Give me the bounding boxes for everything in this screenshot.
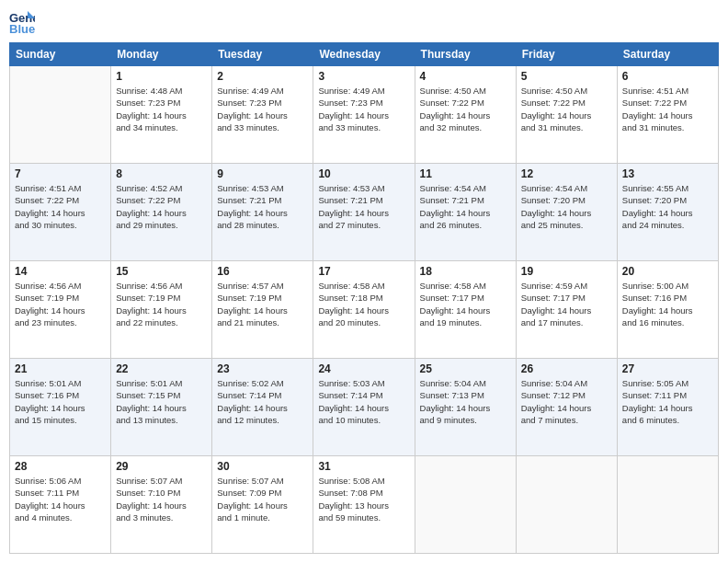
day-cell: 17Sunrise: 4:58 AM Sunset: 7:18 PM Dayli… [313, 261, 415, 359]
day-number: 29 [116, 460, 207, 473]
day-cell: 27Sunrise: 5:05 AM Sunset: 7:11 PM Dayli… [617, 359, 718, 456]
day-number: 16 [217, 265, 308, 278]
week-row-2: 7Sunrise: 4:51 AM Sunset: 7:22 PM Daylig… [10, 164, 719, 261]
day-info: Sunrise: 4:59 AM Sunset: 7:17 PM Dayligh… [521, 280, 612, 328]
day-info: Sunrise: 4:53 AM Sunset: 7:21 PM Dayligh… [318, 182, 409, 231]
day-cell: 25Sunrise: 5:04 AM Sunset: 7:13 PM Dayli… [415, 359, 516, 456]
day-number: 3 [318, 70, 409, 83]
day-number: 31 [318, 460, 409, 473]
day-number: 14 [15, 265, 106, 278]
calendar-header-row: SundayMondayTuesdayWednesdayThursdayFrid… [10, 43, 719, 66]
day-cell: 1Sunrise: 4:48 AM Sunset: 7:23 PM Daylig… [111, 66, 212, 164]
day-cell: 28Sunrise: 5:06 AM Sunset: 7:11 PM Dayli… [10, 456, 111, 554]
day-cell: 23Sunrise: 5:02 AM Sunset: 7:14 PM Dayli… [212, 359, 313, 456]
day-number: 18 [420, 265, 511, 278]
day-cell [516, 456, 617, 554]
day-header-friday: Friday [516, 43, 617, 66]
day-cell [10, 66, 111, 164]
day-cell: 15Sunrise: 4:56 AM Sunset: 7:19 PM Dayli… [111, 261, 212, 359]
day-number: 25 [420, 362, 511, 375]
day-cell: 7Sunrise: 4:51 AM Sunset: 7:22 PM Daylig… [10, 164, 111, 261]
day-cell: 3Sunrise: 4:49 AM Sunset: 7:23 PM Daylig… [313, 66, 415, 164]
day-number: 1 [116, 70, 207, 83]
day-number: 8 [116, 167, 207, 180]
day-info: Sunrise: 5:01 AM Sunset: 7:16 PM Dayligh… [15, 377, 106, 426]
day-number: 23 [217, 362, 308, 375]
day-cell: 18Sunrise: 4:58 AM Sunset: 7:17 PM Dayli… [415, 261, 516, 359]
day-info: Sunrise: 4:56 AM Sunset: 7:19 PM Dayligh… [15, 280, 106, 328]
day-cell: 8Sunrise: 4:52 AM Sunset: 7:22 PM Daylig… [111, 164, 212, 261]
day-cell: 6Sunrise: 4:51 AM Sunset: 7:22 PM Daylig… [617, 66, 718, 164]
day-number: 21 [15, 362, 106, 375]
day-header-sunday: Sunday [10, 43, 111, 66]
week-row-1: 1Sunrise: 4:48 AM Sunset: 7:23 PM Daylig… [10, 66, 719, 164]
day-info: Sunrise: 5:01 AM Sunset: 7:15 PM Dayligh… [116, 377, 207, 426]
day-info: Sunrise: 4:57 AM Sunset: 7:19 PM Dayligh… [217, 280, 308, 328]
day-number: 11 [420, 167, 511, 180]
day-info: Sunrise: 4:50 AM Sunset: 7:22 PM Dayligh… [420, 85, 511, 133]
day-number: 5 [521, 70, 612, 83]
day-info: Sunrise: 4:49 AM Sunset: 7:23 PM Dayligh… [318, 85, 409, 133]
day-number: 2 [217, 70, 308, 83]
day-info: Sunrise: 4:58 AM Sunset: 7:18 PM Dayligh… [318, 280, 409, 328]
week-row-5: 28Sunrise: 5:06 AM Sunset: 7:11 PM Dayli… [10, 456, 719, 554]
day-cell: 10Sunrise: 4:53 AM Sunset: 7:21 PM Dayli… [313, 164, 415, 261]
day-info: Sunrise: 4:51 AM Sunset: 7:22 PM Dayligh… [15, 182, 106, 231]
day-info: Sunrise: 5:02 AM Sunset: 7:14 PM Dayligh… [217, 377, 308, 426]
day-cell [617, 456, 718, 554]
day-cell: 12Sunrise: 4:54 AM Sunset: 7:20 PM Dayli… [516, 164, 617, 261]
day-info: Sunrise: 4:54 AM Sunset: 7:20 PM Dayligh… [521, 182, 612, 231]
day-number: 13 [622, 167, 713, 180]
day-number: 6 [622, 70, 713, 83]
day-cell: 4Sunrise: 4:50 AM Sunset: 7:22 PM Daylig… [415, 66, 516, 164]
day-cell: 22Sunrise: 5:01 AM Sunset: 7:15 PM Dayli… [111, 359, 212, 456]
day-number: 28 [15, 460, 106, 473]
day-info: Sunrise: 4:52 AM Sunset: 7:22 PM Dayligh… [116, 182, 207, 231]
day-info: Sunrise: 5:08 AM Sunset: 7:08 PM Dayligh… [318, 475, 409, 523]
day-number: 24 [318, 362, 409, 375]
logo: General Blue [9, 9, 39, 35]
day-info: Sunrise: 5:06 AM Sunset: 7:11 PM Dayligh… [15, 475, 106, 523]
day-info: Sunrise: 5:05 AM Sunset: 7:11 PM Dayligh… [622, 377, 713, 426]
day-number: 20 [622, 265, 713, 278]
day-cell: 9Sunrise: 4:53 AM Sunset: 7:21 PM Daylig… [212, 164, 313, 261]
day-cell: 11Sunrise: 4:54 AM Sunset: 7:21 PM Dayli… [415, 164, 516, 261]
week-row-4: 21Sunrise: 5:01 AM Sunset: 7:16 PM Dayli… [10, 359, 719, 456]
day-cell: 24Sunrise: 5:03 AM Sunset: 7:14 PM Dayli… [313, 359, 415, 456]
day-cell: 31Sunrise: 5:08 AM Sunset: 7:08 PM Dayli… [313, 456, 415, 554]
day-info: Sunrise: 5:04 AM Sunset: 7:13 PM Dayligh… [420, 377, 511, 426]
day-header-wednesday: Wednesday [313, 43, 415, 66]
day-number: 22 [116, 362, 207, 375]
calendar-page: General Blue SundayMondayTuesdayWednesda… [0, 0, 728, 563]
day-number: 19 [521, 265, 612, 278]
day-info: Sunrise: 5:00 AM Sunset: 7:16 PM Dayligh… [622, 280, 713, 328]
day-info: Sunrise: 4:49 AM Sunset: 7:23 PM Dayligh… [217, 85, 308, 133]
day-cell: 26Sunrise: 5:04 AM Sunset: 7:12 PM Dayli… [516, 359, 617, 456]
day-number: 9 [217, 167, 308, 180]
day-cell: 19Sunrise: 4:59 AM Sunset: 7:17 PM Dayli… [516, 261, 617, 359]
day-header-tuesday: Tuesday [212, 43, 313, 66]
day-cell: 29Sunrise: 5:07 AM Sunset: 7:10 PM Dayli… [111, 456, 212, 554]
calendar-table: SundayMondayTuesdayWednesdayThursdayFrid… [9, 42, 719, 554]
day-number: 4 [420, 70, 511, 83]
day-info: Sunrise: 4:58 AM Sunset: 7:17 PM Dayligh… [420, 280, 511, 328]
day-header-thursday: Thursday [415, 43, 516, 66]
day-number: 30 [217, 460, 308, 473]
logo-icon: General Blue [9, 9, 35, 35]
day-cell: 13Sunrise: 4:55 AM Sunset: 7:20 PM Dayli… [617, 164, 718, 261]
day-number: 7 [15, 167, 106, 180]
day-cell: 30Sunrise: 5:07 AM Sunset: 7:09 PM Dayli… [212, 456, 313, 554]
day-number: 17 [318, 265, 409, 278]
day-cell: 14Sunrise: 4:56 AM Sunset: 7:19 PM Dayli… [10, 261, 111, 359]
day-info: Sunrise: 4:48 AM Sunset: 7:23 PM Dayligh… [116, 85, 207, 133]
week-row-3: 14Sunrise: 4:56 AM Sunset: 7:19 PM Dayli… [10, 261, 719, 359]
day-info: Sunrise: 4:54 AM Sunset: 7:21 PM Dayligh… [420, 182, 511, 231]
day-info: Sunrise: 4:50 AM Sunset: 7:22 PM Dayligh… [521, 85, 612, 133]
day-info: Sunrise: 5:07 AM Sunset: 7:09 PM Dayligh… [217, 475, 308, 523]
day-number: 26 [521, 362, 612, 375]
day-number: 10 [318, 167, 409, 180]
day-cell: 2Sunrise: 4:49 AM Sunset: 7:23 PM Daylig… [212, 66, 313, 164]
day-header-monday: Monday [111, 43, 212, 66]
svg-text:Blue: Blue [9, 22, 35, 35]
day-number: 15 [116, 265, 207, 278]
